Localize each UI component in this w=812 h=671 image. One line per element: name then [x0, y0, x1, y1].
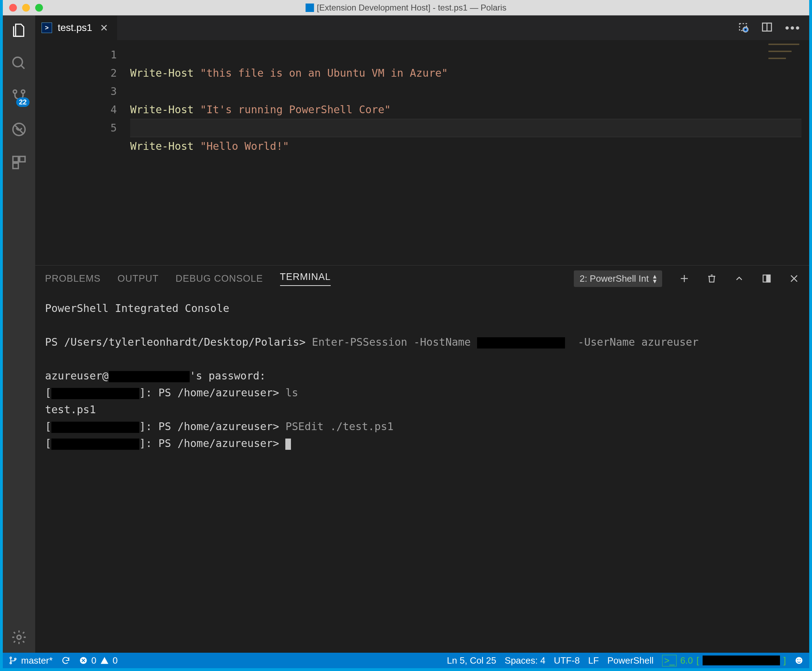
more-actions-icon[interactable]: •••: [785, 22, 801, 34]
svg-point-23: [10, 657, 11, 658]
scm-badge: 22: [16, 97, 29, 107]
status-bar: master* 0 0 Ln 5, Col 25 Spaces: 4 UTF-8…: [3, 653, 809, 668]
window-maximize-button[interactable]: [35, 4, 43, 12]
svg-line-1: [21, 65, 25, 69]
line-number: 2: [35, 64, 117, 82]
line-number-gutter: 1 2 3 4 5: [35, 40, 130, 265]
status-encoding[interactable]: UTF-8: [554, 655, 580, 666]
svg-point-0: [13, 57, 22, 67]
search-icon[interactable]: [10, 55, 27, 72]
powershell-file-icon: >: [41, 22, 52, 33]
svg-rect-9: [13, 163, 18, 169]
svg-point-25: [14, 658, 16, 660]
svg-point-10: [17, 635, 21, 639]
extensions-icon[interactable]: [10, 154, 27, 171]
svg-point-24: [10, 662, 11, 664]
svg-point-30: [797, 659, 798, 660]
bottom-panel: PROBLEMS OUTPUT DEBUG CONSOLE TERMINAL 2…: [35, 265, 809, 653]
collapse-panel-icon[interactable]: [734, 273, 744, 284]
status-cursor-position[interactable]: Ln 5, Col 25: [447, 655, 496, 666]
code-editor[interactable]: 1 2 3 4 5 Write-Host "this file is on an…: [35, 40, 809, 265]
status-indentation[interactable]: Spaces: 4: [505, 655, 546, 666]
explorer-icon[interactable]: [10, 22, 27, 39]
tab-problems[interactable]: PROBLEMS: [45, 273, 101, 284]
redacted: [703, 656, 780, 665]
powershell-prompt-icon: >_: [662, 655, 677, 666]
svg-point-3: [22, 90, 25, 94]
window-minimize-button[interactable]: [22, 4, 30, 12]
status-powershell-version[interactable]: >_ 6.0 []: [662, 655, 786, 666]
window-title: [Extension Development Host] - test.ps1 …: [306, 3, 507, 13]
svg-line-6: [14, 125, 24, 135]
error-count: 0: [92, 655, 96, 666]
status-language[interactable]: PowerShell: [607, 655, 654, 666]
terminal-cursor: [285, 439, 291, 450]
terminal-selector-label: 2: PowerShell Int: [580, 273, 649, 284]
status-sync[interactable]: [61, 656, 70, 665]
move-panel-icon[interactable]: [761, 273, 772, 284]
settings-gear-icon[interactable]: [10, 629, 27, 645]
titlebar: [Extension Development Host] - test.ps1 …: [3, 0, 809, 15]
branch-name: master*: [21, 655, 53, 666]
svg-rect-20: [767, 275, 770, 282]
line-number: 5: [35, 119, 117, 137]
activity-bar: 22: [3, 15, 35, 653]
status-eol[interactable]: LF: [588, 655, 599, 666]
split-editor-icon[interactable]: [761, 21, 773, 34]
compare-changes-icon[interactable]: [737, 21, 749, 34]
source-control-icon[interactable]: 22: [10, 88, 27, 105]
tab-test-ps1[interactable]: > test.ps1 ✕: [35, 15, 118, 40]
line-number: 1: [35, 46, 117, 64]
tab-terminal[interactable]: TERMINAL: [280, 271, 331, 286]
svg-line-14: [747, 31, 747, 32]
new-terminal-icon[interactable]: [679, 273, 689, 284]
status-branch[interactable]: master*: [9, 655, 53, 666]
tab-output[interactable]: OUTPUT: [118, 273, 159, 284]
editor-tab-bar: > test.ps1 ✕ •••: [35, 15, 809, 40]
window-title-text: [Extension Development Host] - test.ps1 …: [317, 3, 507, 13]
status-feedback-icon[interactable]: [795, 656, 803, 665]
tab-close-icon[interactable]: ✕: [98, 22, 110, 34]
tab-label: test.ps1: [58, 22, 92, 33]
vscode-icon: [306, 3, 314, 12]
terminal-selector[interactable]: 2: PowerShell Int ▴▾: [574, 271, 662, 287]
kill-terminal-icon[interactable]: [706, 273, 717, 284]
line-number: 4: [35, 100, 117, 119]
debug-icon[interactable]: [10, 121, 27, 138]
tab-debug-console[interactable]: DEBUG CONSOLE: [176, 273, 263, 284]
terminal-content[interactable]: PowerShell Integrated Console PS /Users/…: [35, 291, 809, 653]
svg-point-2: [14, 90, 17, 94]
close-panel-icon[interactable]: [789, 273, 799, 284]
panel-tab-bar: PROBLEMS OUTPUT DEBUG CONSOLE TERMINAL 2…: [35, 266, 809, 291]
dropdown-arrows-icon: ▴▾: [653, 274, 657, 283]
svg-point-31: [800, 659, 801, 660]
status-problems[interactable]: 0 0: [79, 655, 118, 666]
svg-rect-8: [20, 157, 25, 162]
line-number: 3: [35, 82, 117, 100]
ps-version-number: 6.0: [680, 655, 693, 666]
code-content[interactable]: Write-Host "this file is on an Ubuntu VM…: [130, 40, 809, 265]
warning-count: 0: [113, 655, 118, 666]
svg-point-29: [795, 657, 802, 664]
window-close-button[interactable]: [9, 4, 17, 12]
svg-rect-7: [13, 157, 18, 162]
